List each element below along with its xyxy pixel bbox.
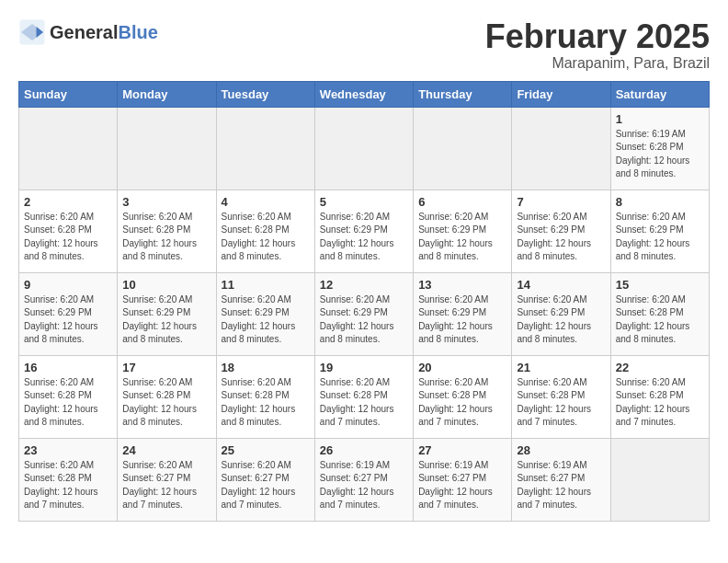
- day-info: Sunrise: 6:20 AM Sunset: 6:29 PM Dayligh…: [418, 293, 506, 347]
- page-header: GeneralBlue February 2025 Marapanim, Par…: [18, 18, 710, 72]
- logo-text: GeneralBlue: [50, 22, 158, 42]
- day-info: Sunrise: 6:19 AM Sunset: 6:27 PM Dayligh…: [418, 459, 506, 512]
- calendar-cell: [610, 438, 709, 521]
- day-number: 11: [222, 278, 310, 292]
- calendar-cell: 17Sunrise: 6:20 AM Sunset: 6:28 PM Dayli…: [118, 355, 216, 438]
- header-monday: Monday: [118, 81, 216, 107]
- weekday-header-row: Sunday Monday Tuesday Wednesday Thursday…: [19, 81, 710, 107]
- calendar-subtitle: Marapanim, Para, Brazil: [485, 55, 710, 72]
- day-info: Sunrise: 6:20 AM Sunset: 6:29 PM Dayligh…: [517, 293, 605, 347]
- day-info: Sunrise: 6:20 AM Sunset: 6:28 PM Dayligh…: [122, 211, 210, 264]
- day-info: Sunrise: 6:19 AM Sunset: 6:28 PM Dayligh…: [616, 128, 704, 181]
- day-number: 23: [24, 443, 112, 457]
- calendar-cell: 18Sunrise: 6:20 AM Sunset: 6:28 PM Dayli…: [216, 355, 314, 438]
- day-info: Sunrise: 6:20 AM Sunset: 6:28 PM Dayligh…: [24, 211, 112, 264]
- calendar-week-row: 16Sunrise: 6:20 AM Sunset: 6:28 PM Dayli…: [19, 355, 710, 438]
- calendar-cell: 25Sunrise: 6:20 AM Sunset: 6:27 PM Dayli…: [216, 438, 314, 521]
- day-info: Sunrise: 6:19 AM Sunset: 6:27 PM Dayligh…: [320, 459, 408, 512]
- header-tuesday: Tuesday: [216, 81, 314, 107]
- calendar-cell: 11Sunrise: 6:20 AM Sunset: 6:29 PM Dayli…: [216, 272, 314, 355]
- day-info: Sunrise: 6:20 AM Sunset: 6:28 PM Dayligh…: [24, 376, 112, 430]
- calendar-cell: 8Sunrise: 6:20 AM Sunset: 6:29 PM Daylig…: [610, 190, 709, 272]
- calendar-cell: 26Sunrise: 6:19 AM Sunset: 6:27 PM Dayli…: [314, 438, 413, 521]
- day-number: 21: [517, 361, 605, 374]
- calendar-cell: 3Sunrise: 6:20 AM Sunset: 6:28 PM Daylig…: [118, 190, 216, 272]
- day-number: 9: [24, 278, 112, 292]
- calendar-cell: 21Sunrise: 6:20 AM Sunset: 6:28 PM Dayli…: [512, 355, 610, 438]
- header-saturday: Saturday: [610, 81, 709, 107]
- day-number: 28: [517, 443, 605, 457]
- calendar-cell: 1Sunrise: 6:19 AM Sunset: 6:28 PM Daylig…: [610, 107, 709, 190]
- day-number: 26: [320, 443, 408, 457]
- day-info: Sunrise: 6:20 AM Sunset: 6:28 PM Dayligh…: [517, 376, 605, 430]
- calendar-cell: [512, 107, 610, 190]
- day-info: Sunrise: 6:20 AM Sunset: 6:27 PM Dayligh…: [122, 459, 210, 512]
- calendar-table: Sunday Monday Tuesday Wednesday Thursday…: [18, 81, 710, 522]
- calendar-week-row: 1Sunrise: 6:19 AM Sunset: 6:28 PM Daylig…: [19, 107, 710, 190]
- day-info: Sunrise: 6:20 AM Sunset: 6:29 PM Dayligh…: [418, 211, 506, 264]
- day-number: 19: [320, 361, 408, 374]
- day-info: Sunrise: 6:20 AM Sunset: 6:29 PM Dayligh…: [222, 293, 310, 347]
- header-sunday: Sunday: [19, 81, 118, 107]
- day-number: 17: [122, 361, 210, 374]
- calendar-week-row: 2Sunrise: 6:20 AM Sunset: 6:28 PM Daylig…: [19, 190, 710, 272]
- day-info: Sunrise: 6:20 AM Sunset: 6:28 PM Dayligh…: [222, 211, 310, 264]
- day-info: Sunrise: 6:20 AM Sunset: 6:29 PM Dayligh…: [517, 211, 605, 264]
- calendar-cell: [414, 107, 512, 190]
- day-number: 2: [24, 195, 112, 209]
- day-number: 14: [517, 278, 605, 292]
- day-number: 7: [517, 195, 605, 209]
- day-info: Sunrise: 6:20 AM Sunset: 6:29 PM Dayligh…: [24, 293, 112, 347]
- header-wednesday: Wednesday: [314, 81, 413, 107]
- calendar-cell: 2Sunrise: 6:20 AM Sunset: 6:28 PM Daylig…: [19, 190, 118, 272]
- calendar-cell: 23Sunrise: 6:20 AM Sunset: 6:28 PM Dayli…: [19, 438, 118, 521]
- day-info: Sunrise: 6:20 AM Sunset: 6:28 PM Dayligh…: [222, 376, 310, 430]
- day-number: 10: [122, 278, 210, 292]
- day-number: 25: [222, 443, 310, 457]
- day-info: Sunrise: 6:20 AM Sunset: 6:29 PM Dayligh…: [320, 293, 408, 347]
- day-number: 1: [616, 112, 704, 126]
- day-info: Sunrise: 6:20 AM Sunset: 6:28 PM Dayligh…: [24, 459, 112, 512]
- calendar-week-row: 9Sunrise: 6:20 AM Sunset: 6:29 PM Daylig…: [19, 272, 710, 355]
- day-number: 13: [418, 278, 506, 292]
- calendar-cell: 28Sunrise: 6:19 AM Sunset: 6:27 PM Dayli…: [512, 438, 610, 521]
- day-number: 15: [616, 278, 704, 292]
- day-info: Sunrise: 6:20 AM Sunset: 6:28 PM Dayligh…: [616, 293, 704, 347]
- calendar-cell: 6Sunrise: 6:20 AM Sunset: 6:29 PM Daylig…: [414, 190, 512, 272]
- calendar-cell: 16Sunrise: 6:20 AM Sunset: 6:28 PM Dayli…: [19, 355, 118, 438]
- calendar-cell: 20Sunrise: 6:20 AM Sunset: 6:28 PM Dayli…: [414, 355, 512, 438]
- day-info: Sunrise: 6:20 AM Sunset: 6:28 PM Dayligh…: [122, 376, 210, 430]
- calendar-cell: 10Sunrise: 6:20 AM Sunset: 6:29 PM Dayli…: [118, 272, 216, 355]
- calendar-week-row: 23Sunrise: 6:20 AM Sunset: 6:28 PM Dayli…: [19, 438, 710, 521]
- calendar-title: February 2025: [485, 18, 710, 55]
- calendar-cell: 13Sunrise: 6:20 AM Sunset: 6:29 PM Dayli…: [414, 272, 512, 355]
- day-info: Sunrise: 6:20 AM Sunset: 6:29 PM Dayligh…: [616, 211, 704, 264]
- day-info: Sunrise: 6:20 AM Sunset: 6:28 PM Dayligh…: [616, 376, 704, 430]
- day-number: 5: [320, 195, 408, 209]
- logo: GeneralBlue: [18, 18, 158, 46]
- day-number: 20: [418, 361, 506, 374]
- calendar-cell: [19, 107, 118, 190]
- day-number: 4: [222, 195, 310, 209]
- day-number: 12: [320, 278, 408, 292]
- calendar-cell: 14Sunrise: 6:20 AM Sunset: 6:29 PM Dayli…: [512, 272, 610, 355]
- calendar-cell: 24Sunrise: 6:20 AM Sunset: 6:27 PM Dayli…: [118, 438, 216, 521]
- calendar-cell: 9Sunrise: 6:20 AM Sunset: 6:29 PM Daylig…: [19, 272, 118, 355]
- day-number: 6: [418, 195, 506, 209]
- day-info: Sunrise: 6:20 AM Sunset: 6:29 PM Dayligh…: [320, 211, 408, 264]
- calendar-cell: [216, 107, 314, 190]
- day-info: Sunrise: 6:20 AM Sunset: 6:28 PM Dayligh…: [320, 376, 408, 430]
- day-number: 18: [222, 361, 310, 374]
- day-number: 8: [616, 195, 704, 209]
- day-info: Sunrise: 6:20 AM Sunset: 6:29 PM Dayligh…: [122, 293, 210, 347]
- calendar-cell: 5Sunrise: 6:20 AM Sunset: 6:29 PM Daylig…: [314, 190, 413, 272]
- calendar-cell: 15Sunrise: 6:20 AM Sunset: 6:28 PM Dayli…: [610, 272, 709, 355]
- calendar-cell: 12Sunrise: 6:20 AM Sunset: 6:29 PM Dayli…: [314, 272, 413, 355]
- day-number: 22: [616, 361, 704, 374]
- day-number: 27: [418, 443, 506, 457]
- day-info: Sunrise: 6:20 AM Sunset: 6:28 PM Dayligh…: [418, 376, 506, 430]
- day-number: 16: [24, 361, 112, 374]
- header-friday: Friday: [512, 81, 610, 107]
- day-number: 3: [122, 195, 210, 209]
- header-thursday: Thursday: [414, 81, 512, 107]
